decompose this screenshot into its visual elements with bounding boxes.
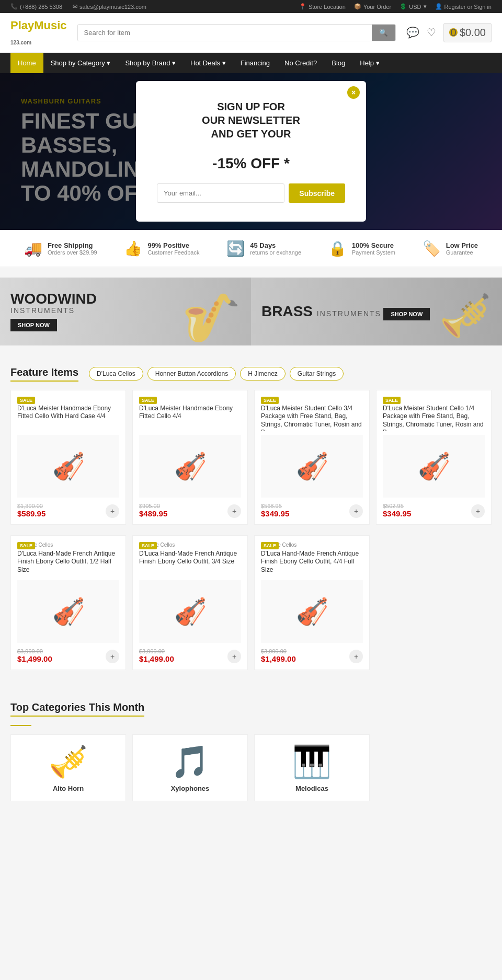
product-image: 🎻 xyxy=(261,580,363,643)
newsletter-modal: × SIGN UP FOR OUR NEWSLETTER AND GET YOU… xyxy=(136,81,366,222)
header-icons: 💬 ♡ 0 $0.00 xyxy=(406,23,492,42)
feedback-icon: 👍 xyxy=(124,240,142,257)
product-image: 🎻 xyxy=(261,435,363,498)
hero-section: WASHBURN GUITARS FINEST GUITARS, BASSES,… xyxy=(0,73,502,230)
brass-subtitle: INSTRUMENTS xyxy=(317,309,381,318)
chat-icon[interactable]: 💬 xyxy=(406,26,419,39)
phone-info: 📞 (+888) 285 5308 xyxy=(10,3,62,10)
melodica-label: Melodicas xyxy=(263,785,361,792)
nav-financing[interactable]: Financing xyxy=(233,53,277,73)
featured-tabs: D'Luca Cellos Honner Button Accordions H… xyxy=(89,367,344,381)
product-grid-row1: SALE Cellos D'Luca Meister Handmade Ebon… xyxy=(10,390,492,525)
product-image: 🎻 xyxy=(17,435,119,498)
search-button[interactable]: 🔍 xyxy=(372,25,395,41)
woodwind-title: WOODWIND xyxy=(10,292,97,306)
currency-selector[interactable]: 💲 USD ▾ xyxy=(400,3,426,10)
search-bar: 🔍 xyxy=(77,24,396,41)
cart-button[interactable]: 0 $0.00 xyxy=(443,23,492,42)
xylophone-label: Xylophones xyxy=(141,785,239,792)
featured-header: Feature Items D'Luca Cellos Honner Butto… xyxy=(10,366,492,382)
alto-horn-label: Alto Horn xyxy=(19,785,117,792)
feature-secure: 🔒 100% Secure Payment System xyxy=(328,240,395,257)
featured-title: Feature Items xyxy=(10,366,78,382)
nav-hot-deals[interactable]: Hot Deals ▾ xyxy=(183,53,233,73)
features-bar: 🚚 Free Shipping Orders over $29.99 👍 99%… xyxy=(0,230,502,267)
sale-badge: SALE xyxy=(383,397,401,404)
modal-title: SIGN UP FOR OUR NEWSLETTER AND GET YOUR xyxy=(157,100,345,141)
tab-guitar-strings[interactable]: Guitar Strings xyxy=(290,367,344,381)
sale-badge: SALE xyxy=(139,542,157,549)
top-categories-section: Top Categories This Month 🎺 Alto Horn 🎵 … xyxy=(0,691,502,812)
register-link[interactable]: 👤 Register or Sign in xyxy=(435,3,492,10)
melodica-icon: 🎹 xyxy=(263,743,361,780)
feature-free-shipping: 🚚 Free Shipping Orders over $29.99 xyxy=(24,240,97,257)
product-card: SALE Acoustic Cellos D'Luca Hand-Made Fr… xyxy=(132,535,248,670)
add-to-cart-button[interactable]: + xyxy=(471,504,485,518)
add-to-cart-button[interactable]: + xyxy=(349,504,363,518)
modal-close-button[interactable]: × xyxy=(347,86,360,99)
sale-badge: SALE xyxy=(139,397,157,404)
product-image: 🎻 xyxy=(17,580,119,643)
add-to-cart-button[interactable]: + xyxy=(106,650,119,663)
product-image: 🎻 xyxy=(139,580,241,643)
product-card: SALE Acoustic Cellos D'Luca Hand-Made Fr… xyxy=(10,535,126,670)
divider xyxy=(10,725,31,726)
category-xylophones[interactable]: 🎵 Xylophones xyxy=(132,734,248,801)
sale-badge: SALE xyxy=(17,397,35,404)
brass-shop-btn[interactable]: SHOP NOW xyxy=(383,308,430,320)
woodwind-shop-btn[interactable]: SHOP NOW xyxy=(10,319,57,331)
nav-shop-category[interactable]: Shop by Category ▾ xyxy=(43,53,118,73)
returns-icon: 🔄 xyxy=(226,240,245,257)
sale-badge: SALE xyxy=(17,542,35,549)
nav-blog[interactable]: Blog xyxy=(324,53,352,73)
woodwind-banner: WOODWIND INSTRUMENTS SHOP NOW 🎷 xyxy=(0,278,251,345)
search-input[interactable] xyxy=(78,25,372,41)
category-alto-horn[interactable]: 🎺 Alto Horn xyxy=(10,734,126,801)
trumpet-icon: 🎺 xyxy=(439,291,492,340)
email-info: ✉ sales@playmusic123.com xyxy=(73,3,146,10)
nav-home[interactable]: Home xyxy=(10,53,43,73)
price-icon: 🏷️ xyxy=(423,240,441,257)
logo[interactable]: PlayMusic 123.com xyxy=(10,19,67,46)
email-input[interactable] xyxy=(157,183,284,203)
tab-h-jimenez[interactable]: H Jimenez xyxy=(240,367,286,381)
product-grid-row2: SALE Acoustic Cellos D'Luca Hand-Made Fr… xyxy=(10,535,492,670)
secure-icon: 🔒 xyxy=(328,240,347,257)
xylophone-icon: 🎵 xyxy=(141,743,239,780)
your-order-link[interactable]: 📦 Your Order xyxy=(354,3,391,10)
brass-title: BRASS xyxy=(261,303,317,319)
product-image: 🎻 xyxy=(139,435,241,498)
nav-shop-brand[interactable]: Shop by Brand ▾ xyxy=(118,53,183,73)
nav-no-credit[interactable]: No Credit? xyxy=(277,53,324,73)
shipping-icon: 🚚 xyxy=(24,240,42,257)
product-card: SALE Cellos D'Luca Meister Handmade Ebon… xyxy=(132,390,248,525)
main-nav: Home Shop by Category ▾ Shop by Brand ▾ … xyxy=(0,53,502,73)
add-to-cart-button[interactable]: + xyxy=(227,504,241,518)
brass-text: BRASS INSTRUMENTS SHOP NOW xyxy=(261,303,430,320)
woodwind-subtitle: INSTRUMENTS xyxy=(10,306,97,315)
cart-price: $0.00 xyxy=(460,27,486,39)
category-banners: WOODWIND INSTRUMENTS SHOP NOW 🎷 BRASS IN… xyxy=(0,278,502,345)
add-to-cart-button[interactable]: + xyxy=(227,650,241,663)
feature-feedback: 👍 99% Positive Customer Feedback xyxy=(124,240,199,257)
alto-horn-icon: 🎺 xyxy=(19,743,117,780)
featured-section: Feature Items D'Luca Cellos Honner Butto… xyxy=(0,356,502,691)
sale-badge: SALE xyxy=(261,397,279,404)
product-image: 🎻 xyxy=(383,435,485,498)
product-card: SALE Cellos D'Luca Meister Student Cello… xyxy=(254,390,370,525)
nav-help[interactable]: Help ▾ xyxy=(352,53,386,73)
subscribe-button[interactable]: Subscribe xyxy=(289,183,345,203)
wishlist-icon[interactable]: ♡ xyxy=(427,26,436,39)
add-to-cart-button[interactable]: + xyxy=(349,650,363,663)
feature-returns: 🔄 45 Days returns or exchange xyxy=(226,240,301,257)
modal-overlay: × SIGN UP FOR OUR NEWSLETTER AND GET YOU… xyxy=(0,73,502,230)
tab-dluca-cellos[interactable]: D'Luca Cellos xyxy=(89,367,143,381)
product-card: SALE Acoustic Cellos D'Luca Hand-Made Fr… xyxy=(254,535,370,670)
header: PlayMusic 123.com 🔍 💬 ♡ 0 $0.00 xyxy=(0,13,502,53)
category-melodicas[interactable]: 🎹 Melodicas xyxy=(254,734,370,801)
tab-honner[interactable]: Honner Button Accordions xyxy=(147,367,236,381)
modal-form: Subscribe xyxy=(157,183,345,203)
store-location-link[interactable]: 📍 Store Location xyxy=(299,3,346,10)
add-to-cart-button[interactable]: + xyxy=(106,504,119,518)
saxophone-icon: 🎷 xyxy=(182,291,241,345)
